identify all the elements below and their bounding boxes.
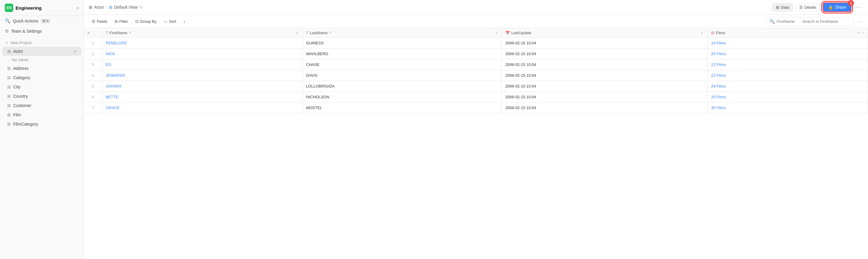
lock-icon: 🔒 <box>828 5 833 9</box>
group-by-button[interactable]: ⊡ Group By <box>132 18 160 25</box>
row-lastupdate: 2006-02-15 10:04 <box>501 92 707 102</box>
sidebar-item-label: City <box>13 85 21 89</box>
date-type-icon: 📅 <box>505 31 510 35</box>
sidebar-item-country[interactable]: ⊞ Country <box>2 92 81 101</box>
row-films[interactable]: 29 Films <box>707 81 868 92</box>
row-firstname[interactable]: BETTE <box>102 92 302 102</box>
table-row: 6 BETTE NICHOLSON 2006-02-15 10:04 20 Fi… <box>84 92 868 102</box>
sidebar-item-film[interactable]: ⊞ Film <box>2 110 81 119</box>
grid-icon: ⊞ <box>7 112 11 117</box>
lastname-dropdown-icon[interactable]: ∨ <box>495 31 498 35</box>
sidebar-item-address[interactable]: ⊞ Address <box>2 64 81 73</box>
grid-icon: ⊞ <box>7 66 11 71</box>
col-header-lastname[interactable]: T LastName * ∨ <box>302 28 501 38</box>
sidebar-item-category[interactable]: ⊞ Category <box>2 73 81 82</box>
row-firstname[interactable]: JENNIFER <box>102 70 302 81</box>
fields-button[interactable]: ☰ Fields <box>89 18 111 25</box>
sidebar-item-actor[interactable]: ⊞ Actor + <box>2 47 81 56</box>
details-icon: ☰ <box>799 5 803 9</box>
row-id: 7 <box>84 102 102 113</box>
toolbar: ☰ Fields ⊟ Filter ⊡ Group By ↑↓ Sort ↕ 🔍… <box>84 15 868 28</box>
toolbar-more-button[interactable]: ··· <box>855 18 863 25</box>
col-header-firstname[interactable]: T FirstName * ∨ <box>102 28 302 38</box>
gear-icon: ⚙ <box>5 29 9 34</box>
breadcrumb: ⊞ Actor / ⊞ Default View ↻ <box>89 5 770 9</box>
fields-icon: ☰ <box>92 19 95 24</box>
table-icon: ⊞ <box>89 5 92 9</box>
grid-icon: ⊞ <box>7 49 11 54</box>
search-input[interactable] <box>802 19 850 24</box>
row-lastupdate: 2006-02-15 10:04 <box>501 38 707 48</box>
row-films[interactable]: 22 Films <box>707 70 868 81</box>
row-films[interactable]: 20 Films <box>707 92 868 102</box>
table-row: 1 PENELOPE GUINESS 2006-02-15 10:04 19 F… <box>84 38 868 48</box>
col-header-lastupdate[interactable]: 📅 LastUpdate ∨ <box>501 28 707 38</box>
row-id: 1 <box>84 38 102 48</box>
sidebar-item-label: FilmCategory <box>13 122 38 127</box>
main-content: ⊞ Actor / ⊞ Default View ↻ ⊞ Data ☰ Deta… <box>84 0 868 259</box>
table-name: Actor <box>94 5 104 9</box>
row-films[interactable]: 22 Films <box>707 59 868 70</box>
data-tab-label: Data <box>781 5 789 9</box>
sort-icon: ↑↓ <box>164 19 168 24</box>
breadcrumb-separator: / <box>106 5 107 9</box>
team-settings-item[interactable]: ⚙ Team & Settings <box>0 26 84 36</box>
relation-type-icon: ⊟ <box>711 31 714 35</box>
refresh-button[interactable]: ↻ <box>140 5 143 9</box>
more-options-button[interactable]: ··· <box>854 3 863 12</box>
add-view-button[interactable]: + <box>74 49 76 54</box>
sort-direction-button[interactable]: ↕ <box>180 18 188 25</box>
details-tab-button[interactable]: ☰ Details <box>796 3 820 11</box>
sidebar-section: ＋ New Project <box>0 36 84 46</box>
grid-icon: ⊞ <box>7 94 11 99</box>
row-films[interactable]: 25 Films <box>707 48 868 59</box>
row-films[interactable]: 19 Films <box>707 38 868 48</box>
search-bar[interactable]: 🔍 <box>766 17 854 26</box>
firstname-dropdown-icon[interactable]: ∨ <box>296 31 299 35</box>
plus-icon: ＋ <box>5 40 9 45</box>
sort-button[interactable]: ↑↓ Sort <box>161 18 179 25</box>
films-dropdown-icon[interactable]: ∨ <box>857 31 860 35</box>
sidebar-item-label: Customer <box>13 103 31 108</box>
col-header-films[interactable]: ⊟ Films ∨ + <box>707 28 868 38</box>
row-firstname[interactable]: PENELOPE <box>102 38 302 48</box>
row-films[interactable]: 30 Films <box>707 102 868 113</box>
data-tab-button[interactable]: ⊞ Data <box>772 3 793 11</box>
sort-label: Sort <box>169 19 176 24</box>
grid-icon: ⊞ <box>7 75 11 80</box>
filter-button[interactable]: ⊟ Filter <box>112 18 131 25</box>
sidebar-item-city[interactable]: ⊞ City <box>2 83 81 91</box>
sidebar-item-customer[interactable]: ⊞ Customer <box>2 101 81 110</box>
collapse-sidebar-button[interactable]: « <box>76 5 79 10</box>
row-lastupdate: 2006-02-15 10:04 <box>501 59 707 70</box>
sidebar-item-label: Address <box>13 66 29 71</box>
row-firstname[interactable]: JOHNNY <box>102 81 302 92</box>
share-button[interactable]: 🔒 Share <box>823 2 851 12</box>
row-id: 3 <box>84 59 102 70</box>
quick-actions-shortcut: ⌘ K <box>41 19 50 23</box>
sidebar-item-label: Actor <box>13 49 23 54</box>
new-project-label[interactable]: New Project <box>10 40 31 45</box>
row-lastupdate: 2006-02-15 10:04 <box>501 102 707 113</box>
add-column-button[interactable]: + <box>862 31 864 35</box>
sidebar-item-filmcategory[interactable]: ⊞ FilmCategory <box>2 120 81 129</box>
row-firstname[interactable]: NICK <box>102 48 302 59</box>
row-lastname: LOLLOBRIGIDA <box>302 81 501 92</box>
grid-icon: ⊞ <box>7 103 11 108</box>
table-body: 1 PENELOPE GUINESS 2006-02-15 10:04 19 F… <box>84 38 868 113</box>
quick-actions-item[interactable]: 🔍 Quick Actions ⌘ K <box>0 16 84 26</box>
firstname-required: * <box>130 31 131 35</box>
sidebar-item-label: Category <box>13 75 30 80</box>
row-firstname[interactable]: ED <box>102 59 302 70</box>
row-lastupdate: 2006-02-15 10:04 <box>501 70 707 81</box>
share-wrapper: 🔒 Share 1 <box>823 2 851 12</box>
lastupdate-dropdown-icon[interactable]: ∨ <box>701 31 704 35</box>
filter-label: Filter <box>119 19 128 24</box>
row-id: 4 <box>84 70 102 81</box>
row-lastname: MOSTEL <box>302 102 501 113</box>
topbar: ⊞ Actor / ⊞ Default View ↻ ⊞ Data ☰ Deta… <box>84 0 868 15</box>
share-badge: 1 <box>848 0 854 6</box>
search-field-select[interactable] <box>777 19 801 24</box>
data-table-wrap: # T FirstName * ∨ T LastName * <box>84 28 868 259</box>
row-firstname[interactable]: GRACE <box>102 102 302 113</box>
